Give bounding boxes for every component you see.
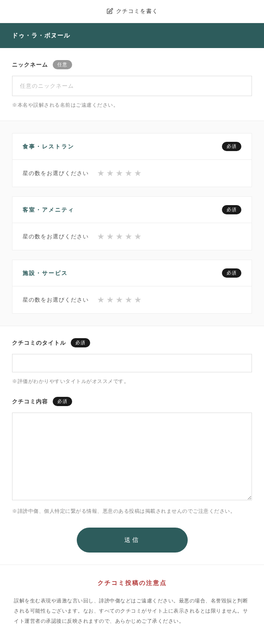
star-icon[interactable]: ★: [116, 232, 123, 241]
nickname-label: ニックネーム: [12, 61, 48, 69]
rating-title: 客室・アメニティ: [23, 206, 74, 214]
star-icon[interactable]: ★: [97, 296, 104, 304]
content-label: クチコミ内容: [12, 398, 48, 406]
title-hint: ※評価がわかりやすいタイトルがオススメです。: [12, 378, 252, 385]
rating-title: 食事・レストラン: [23, 143, 74, 151]
rating-prompt: 星の数をお選びください: [23, 233, 89, 241]
nickname-section: ニックネーム 任意 ※本名や誤解される名前はご遠慮ください。: [0, 48, 264, 121]
required-badge: 必須: [222, 268, 241, 278]
content-hint: ※誹謗中傷、個人特定に繋がる情報、悪意のある投稿は掲載されませんのでご注意くださ…: [12, 508, 252, 515]
page-title: クチコミを書く: [116, 7, 158, 15]
review-text-section: クチコミのタイトル 必須 ※評価がわかりやすいタイトルがオススメです。 クチコミ…: [0, 326, 264, 565]
content-label-row: クチコミ内容 必須: [12, 397, 252, 406]
rating-prompt: 星の数をお選びください: [23, 170, 89, 177]
notice-text: 誤解を生む表現や過激な言い回し、誹謗中傷などはご遠慮ください。最悪の場合、名誉毀…: [14, 595, 250, 626]
rating-body: 星の数をお選びください ★ ★ ★ ★ ★: [12, 160, 252, 187]
rating-body: 星の数をお選びください ★ ★ ★ ★ ★: [12, 286, 252, 313]
star-rating[interactable]: ★ ★ ★ ★ ★: [97, 296, 141, 304]
review-title-input[interactable]: [12, 354, 252, 372]
nickname-label-row: ニックネーム 任意: [12, 60, 252, 69]
review-content-textarea[interactable]: [12, 413, 252, 500]
notice-title: クチコミ投稿の注意点: [14, 579, 250, 587]
rating-block-food: 食事・レストラン 必須 星の数をお選びください ★ ★ ★ ★ ★: [12, 133, 252, 187]
star-rating[interactable]: ★ ★ ★ ★ ★: [97, 232, 141, 241]
required-badge: 必須: [222, 142, 241, 151]
write-icon: [106, 8, 113, 15]
star-icon[interactable]: ★: [134, 232, 141, 241]
star-rating[interactable]: ★ ★ ★ ★ ★: [97, 169, 141, 177]
star-icon[interactable]: ★: [116, 169, 123, 177]
star-icon[interactable]: ★: [134, 169, 141, 177]
notice-section: クチコミ投稿の注意点 誤解を生む表現や過激な言い回し、誹謗中傷などはご遠慮くださ…: [0, 565, 264, 643]
rating-block-room: 客室・アメニティ 必須 星の数をお選びください ★ ★ ★ ★ ★: [12, 196, 252, 250]
star-icon[interactable]: ★: [134, 296, 141, 304]
star-icon[interactable]: ★: [125, 232, 132, 241]
required-badge: 必須: [71, 338, 90, 347]
rating-title: 施設・サービス: [23, 269, 68, 277]
rating-body: 星の数をお選びください ★ ★ ★ ★ ★: [12, 223, 252, 250]
property-name-bar: ドゥ・ラ・ボヌール: [0, 23, 264, 48]
title-label-row: クチコミのタイトル 必須: [12, 338, 252, 347]
required-badge: 必須: [53, 397, 72, 406]
rating-head: 客室・アメニティ 必須: [12, 197, 252, 223]
rating-prompt: 星の数をお選びください: [23, 296, 89, 304]
title-label: クチコミのタイトル: [12, 339, 66, 347]
star-icon[interactable]: ★: [125, 296, 132, 304]
nickname-input[interactable]: [12, 76, 252, 96]
star-icon[interactable]: ★: [97, 232, 104, 241]
rating-head: 食事・レストラン 必須: [12, 134, 252, 160]
submit-button[interactable]: 送信: [77, 528, 188, 553]
star-icon[interactable]: ★: [106, 232, 114, 241]
star-icon[interactable]: ★: [97, 169, 104, 177]
required-badge: 必須: [222, 205, 241, 214]
optional-badge: 任意: [53, 60, 72, 69]
submit-row: 送信: [12, 515, 252, 553]
rating-head: 施設・サービス 必須: [12, 260, 252, 286]
page-header: クチコミを書く: [0, 0, 264, 23]
star-icon[interactable]: ★: [125, 169, 132, 177]
nickname-hint: ※本名や誤解される名前はご遠慮ください。: [12, 102, 252, 109]
star-icon[interactable]: ★: [106, 296, 114, 304]
star-icon[interactable]: ★: [106, 169, 114, 177]
rating-block-facility: 施設・サービス 必須 星の数をお選びください ★ ★ ★ ★ ★: [12, 260, 252, 314]
property-name: ドゥ・ラ・ボヌール: [12, 32, 70, 39]
star-icon[interactable]: ★: [116, 296, 123, 304]
ratings-section: 食事・レストラン 必須 星の数をお選びください ★ ★ ★ ★ ★ 客室・アメニ…: [0, 121, 264, 326]
